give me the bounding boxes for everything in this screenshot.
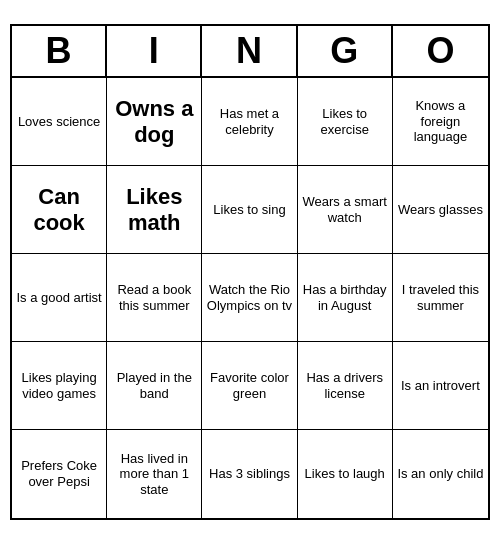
cell-text-9: Wears glasses: [398, 202, 483, 218]
cell-text-7: Likes to sing: [213, 202, 285, 218]
bingo-grid: Loves scienceOwns a dogHas met a celebri…: [12, 78, 488, 518]
cell-text-13: Has a birthday in August: [302, 282, 388, 313]
bingo-header: BINGO: [12, 26, 488, 78]
header-letter-b: B: [12, 26, 107, 76]
cell-text-17: Favorite color green: [206, 370, 292, 401]
cell-text-5: Can cook: [16, 184, 102, 235]
bingo-cell-17[interactable]: Favorite color green: [202, 342, 297, 430]
bingo-cell-14[interactable]: I traveled this summer: [393, 254, 488, 342]
cell-text-8: Wears a smart watch: [302, 194, 388, 225]
header-letter-n: N: [202, 26, 297, 76]
bingo-cell-13[interactable]: Has a birthday in August: [298, 254, 393, 342]
cell-text-14: I traveled this summer: [397, 282, 484, 313]
bingo-cell-16[interactable]: Played in the band: [107, 342, 202, 430]
header-letter-i: I: [107, 26, 202, 76]
bingo-cell-22[interactable]: Has 3 siblings: [202, 430, 297, 518]
bingo-cell-11[interactable]: Read a book this summer: [107, 254, 202, 342]
cell-text-18: Has a drivers license: [302, 370, 388, 401]
cell-text-16: Played in the band: [111, 370, 197, 401]
cell-text-0: Loves science: [18, 114, 100, 130]
bingo-cell-9[interactable]: Wears glasses: [393, 166, 488, 254]
cell-text-6: Likes math: [111, 184, 197, 235]
bingo-cell-2[interactable]: Has met a celebrity: [202, 78, 297, 166]
bingo-cell-15[interactable]: Likes playing video games: [12, 342, 107, 430]
cell-text-24: Is an only child: [397, 466, 483, 482]
bingo-cell-20[interactable]: Prefers Coke over Pepsi: [12, 430, 107, 518]
bingo-card: BINGO Loves scienceOwns a dogHas met a c…: [10, 24, 490, 520]
bingo-cell-4[interactable]: Knows a foreign language: [393, 78, 488, 166]
bingo-cell-7[interactable]: Likes to sing: [202, 166, 297, 254]
cell-text-1: Owns a dog: [111, 96, 197, 147]
cell-text-23: Likes to laugh: [305, 466, 385, 482]
cell-text-3: Likes to exercise: [302, 106, 388, 137]
cell-text-4: Knows a foreign language: [397, 98, 484, 145]
bingo-cell-24[interactable]: Is an only child: [393, 430, 488, 518]
bingo-cell-3[interactable]: Likes to exercise: [298, 78, 393, 166]
bingo-cell-1[interactable]: Owns a dog: [107, 78, 202, 166]
cell-text-2: Has met a celebrity: [206, 106, 292, 137]
header-letter-g: G: [298, 26, 393, 76]
bingo-cell-21[interactable]: Has lived in more than 1 state: [107, 430, 202, 518]
bingo-cell-6[interactable]: Likes math: [107, 166, 202, 254]
cell-text-15: Likes playing video games: [16, 370, 102, 401]
bingo-cell-18[interactable]: Has a drivers license: [298, 342, 393, 430]
bingo-cell-5[interactable]: Can cook: [12, 166, 107, 254]
bingo-cell-12[interactable]: Watch the Rio Olympics on tv: [202, 254, 297, 342]
cell-text-19: Is an introvert: [401, 378, 480, 394]
bingo-cell-19[interactable]: Is an introvert: [393, 342, 488, 430]
cell-text-21: Has lived in more than 1 state: [111, 451, 197, 498]
cell-text-11: Read a book this summer: [111, 282, 197, 313]
cell-text-12: Watch the Rio Olympics on tv: [206, 282, 292, 313]
cell-text-10: Is a good artist: [16, 290, 101, 306]
bingo-cell-10[interactable]: Is a good artist: [12, 254, 107, 342]
bingo-cell-0[interactable]: Loves science: [12, 78, 107, 166]
bingo-cell-8[interactable]: Wears a smart watch: [298, 166, 393, 254]
cell-text-20: Prefers Coke over Pepsi: [16, 458, 102, 489]
cell-text-22: Has 3 siblings: [209, 466, 290, 482]
header-letter-o: O: [393, 26, 488, 76]
bingo-cell-23[interactable]: Likes to laugh: [298, 430, 393, 518]
